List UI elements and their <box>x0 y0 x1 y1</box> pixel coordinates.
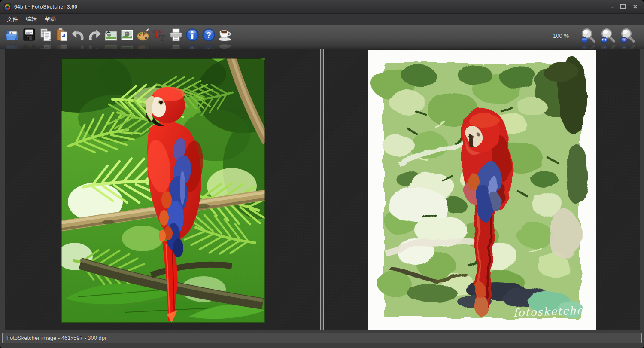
main-area: fotosketcher <box>0 49 644 332</box>
info-icon <box>185 27 200 42</box>
zoom-out-icon: − <box>580 43 596 49</box>
minimize-button[interactable]: – <box>611 4 614 10</box>
info-icon <box>185 43 200 49</box>
view-image-icon <box>120 27 134 42</box>
svg-text:+: + <box>623 37 626 43</box>
view-image-icon <box>120 43 134 49</box>
status-text: FotoSketcher image - 461x597 - 300 dpi <box>3 335 106 341</box>
coffee-icon <box>218 27 232 42</box>
copy-icon <box>38 27 53 42</box>
print-icon <box>169 27 183 42</box>
zoom-in-icon: + <box>620 27 636 44</box>
zoom-out-button[interactable]: − − <box>580 27 596 44</box>
zoom-out-icon: − <box>580 27 596 44</box>
undo-button[interactable] <box>71 27 85 42</box>
info-button[interactable] <box>185 27 200 42</box>
print-button[interactable] <box>169 27 183 42</box>
add-text-icon: T T <box>152 43 167 49</box>
svg-text:?: ? <box>206 31 211 40</box>
print-icon <box>169 43 183 49</box>
maximize-button[interactable] <box>620 4 626 10</box>
original-image-panel <box>5 49 321 330</box>
help-icon: ? <box>201 27 216 42</box>
svg-text:1:1: 1:1 <box>602 45 607 49</box>
palette-icon <box>136 43 151 49</box>
svg-text:+: + <box>623 44 626 49</box>
help-button[interactable]: ? ? <box>201 27 216 42</box>
zoom-level-label: 100 % <box>553 33 569 39</box>
open-image-icon <box>6 27 20 42</box>
view-image-button[interactable] <box>120 27 134 42</box>
redo-icon <box>87 43 102 49</box>
paste-button[interactable] <box>55 27 69 42</box>
crop-image-button[interactable]: ✂ ✂ <box>103 27 118 42</box>
zoom-actual-icon: 1:1 <box>600 27 616 44</box>
svg-text:1:1: 1:1 <box>602 38 607 42</box>
redo-icon <box>87 27 102 42</box>
help-icon: ? <box>201 43 216 49</box>
maximize-icon <box>620 4 626 9</box>
palette-icon <box>136 27 151 42</box>
menu-edit[interactable]: 编辑 <box>22 14 41 24</box>
crop-image-icon: ✂ <box>103 43 118 49</box>
coffee-button[interactable] <box>218 27 232 42</box>
svg-text:T: T <box>159 43 165 49</box>
save-image-button[interactable] <box>22 27 36 42</box>
zoom-actual-icon: 1:1 <box>600 43 616 49</box>
window-title: 64bit - FotoSketcher 3.60 <box>14 4 77 10</box>
title-bar[interactable]: 64bit - FotoSketcher 3.60 – ✕ <box>0 0 644 14</box>
zoom-actual-button[interactable]: 1:1 1:1 <box>600 27 616 44</box>
open-image-icon <box>6 43 20 49</box>
menu-file[interactable]: 文件 <box>3 14 22 24</box>
close-button[interactable]: ✕ <box>633 4 638 10</box>
svg-text:T: T <box>159 34 165 42</box>
toolbar: ✂ ✂ <box>0 25 644 49</box>
coffee-icon <box>218 43 232 49</box>
palette-button[interactable] <box>136 27 151 42</box>
menu-help[interactable]: 帮助 <box>41 14 60 24</box>
menu-bar: 文件 编辑 帮助 <box>0 14 644 25</box>
crop-image-icon: ✂ <box>103 27 118 42</box>
result-image-panel: fotosketcher <box>323 49 640 330</box>
save-image-icon <box>22 43 36 49</box>
result-image: fotosketcher <box>368 50 596 330</box>
zoom-in-button[interactable]: + + <box>620 27 636 44</box>
add-text-icon: T T <box>152 27 167 42</box>
undo-icon <box>71 43 85 49</box>
zoom-in-icon: + <box>620 43 636 49</box>
original-image <box>61 58 265 323</box>
undo-icon <box>71 27 85 42</box>
paste-icon <box>55 27 69 42</box>
save-image-icon <box>22 27 36 42</box>
svg-text:−: − <box>583 37 586 43</box>
paste-icon <box>55 43 69 49</box>
app-window: 64bit - FotoSketcher 3.60 – ✕ 文件 编辑 帮助 <box>0 0 644 348</box>
open-image-button[interactable] <box>6 27 20 42</box>
add-text-button[interactable]: T T T T <box>152 27 167 42</box>
redo-button[interactable] <box>87 27 102 42</box>
app-logo-icon <box>4 3 11 11</box>
copy-icon <box>38 43 53 49</box>
svg-text:−: − <box>583 44 586 49</box>
status-bar: FotoSketcher image - 461x597 - 300 dpi <box>2 333 642 343</box>
copy-button[interactable] <box>38 27 53 42</box>
